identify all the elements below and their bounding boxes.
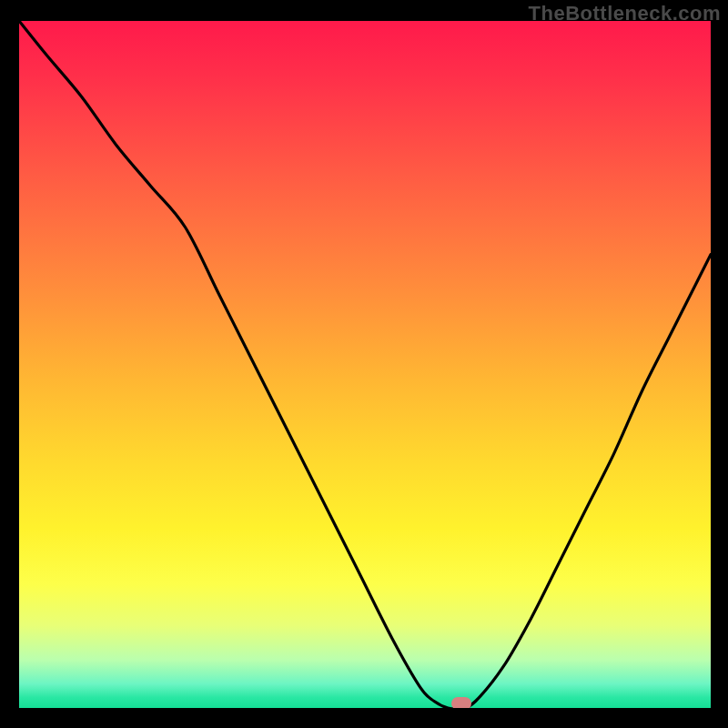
plot-area xyxy=(19,21,711,708)
chart-frame: TheBottleneck.com xyxy=(0,0,728,728)
optimal-marker xyxy=(451,697,471,708)
watermark-label: TheBottleneck.com xyxy=(529,2,721,25)
bottleneck-curve xyxy=(19,21,711,708)
